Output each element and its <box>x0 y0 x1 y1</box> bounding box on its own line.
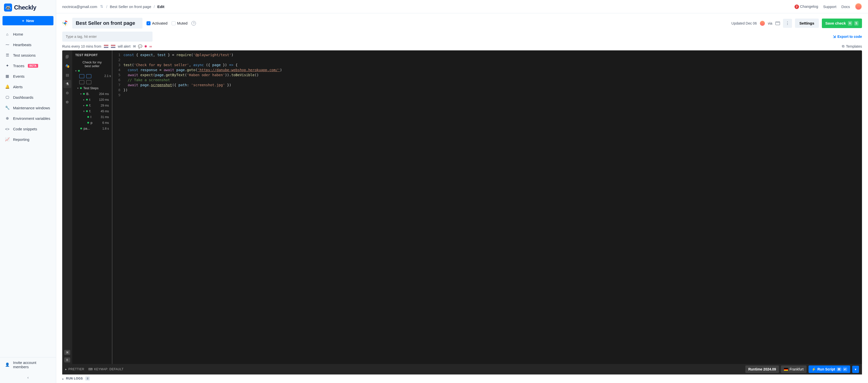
templates-link[interactable]: ⧉Templates <box>842 44 862 48</box>
runtime-selector[interactable]: Runtime 2024.09 <box>745 365 779 373</box>
logs-panel-button[interactable]: ▤ <box>63 71 71 79</box>
breadcrumb-parent[interactable]: Best Seller on front page <box>110 4 151 9</box>
status-dot-success <box>87 116 89 118</box>
export-to-code-link[interactable]: ⇲Export to code <box>833 35 862 39</box>
report-check-name[interactable]: Check for mybest seller <box>73 60 111 68</box>
sidebar-item-events[interactable]: ▦Events <box>0 71 56 81</box>
de-flag-icon <box>784 368 788 371</box>
sidebar-item-reporting[interactable]: 📈Reporting <box>0 134 56 145</box>
changelog-link[interactable]: 7Changelog <box>795 4 818 9</box>
chevron-icon: ▾ <box>83 110 85 112</box>
report-step-row[interactable]: p6 ms <box>73 120 111 126</box>
sidebar-item-traces[interactable]: ✦TracesBETA <box>0 60 56 71</box>
trace-icon[interactable] <box>79 74 84 78</box>
kbd-cmd: ⌘ <box>837 368 841 371</box>
new-button[interactable]: + New <box>2 16 54 25</box>
logo-icon: 🦝 <box>4 3 12 11</box>
chevron-up-icon: ▴ <box>62 377 63 380</box>
updated-text: Updated Dec 06 <box>732 21 757 25</box>
kbd-shortcut-b[interactable]: B <box>64 357 70 362</box>
status-dot-success <box>78 70 80 72</box>
code-content[interactable]: const { expect, test } = require('@playw… <box>123 53 862 364</box>
sidebar-item-test-sessions[interactable]: ☰Test sessions <box>0 50 56 60</box>
topbar: noctnica@gmail.com ⇅ / Best Seller on fr… <box>56 0 868 13</box>
line-gutter: 123456789 <box>113 53 123 364</box>
location-selector[interactable]: Frankfurt <box>781 365 807 373</box>
settings-panel-button[interactable]: ✿ <box>63 98 71 106</box>
settings-button[interactable]: Settings <box>795 19 819 28</box>
us-flag-icon <box>111 45 115 48</box>
sidebar-item-maintenance[interactable]: 🔧Maintenance windows <box>0 103 56 113</box>
header-row-1: ✓Activated Muted ? Updated Dec 06 via ⋮ … <box>62 18 862 29</box>
report-step-row[interactable]: pa...1.8 s <box>73 126 111 131</box>
account-switcher-icon[interactable]: ⇅ <box>100 4 103 8</box>
sidebar-item-env-vars[interactable]: ⊕Environment variables <box>0 113 56 124</box>
logo[interactable]: 🦝 Checkly <box>0 0 56 14</box>
prettier-button[interactable]: ▸PRETTIER <box>65 368 84 371</box>
help-icon[interactable]: ? <box>191 21 196 26</box>
nav-label: Traces <box>13 64 24 68</box>
status-dot-success <box>87 122 89 124</box>
video-icon[interactable] <box>86 74 91 78</box>
sidebar-item-invite[interactable]: 👤Invite account members <box>0 357 56 372</box>
support-link[interactable]: Support <box>823 4 836 9</box>
sidebar-item-home[interactable]: ⌂Home <box>0 29 56 39</box>
chevron-icon: ▸ <box>83 98 85 101</box>
more-menu-button[interactable]: ⋮ <box>783 19 792 28</box>
sidebar-item-snippets[interactable]: <>Code snippets <box>0 124 56 134</box>
files-panel-button[interactable]: 🗐 <box>63 53 71 61</box>
sidebar-item-heartbeats[interactable]: ⁓Heartbeats <box>0 39 56 50</box>
sidebar-item-dashboards[interactable]: 🖵Dashboards <box>0 92 56 103</box>
report-step-row[interactable]: ▾B.204 ms <box>73 91 111 97</box>
run-logs-toggle[interactable]: ▴ RUN LOGS 8 <box>56 375 868 383</box>
tag-input[interactable] <box>62 32 153 42</box>
docs-link[interactable]: Docs <box>841 4 850 9</box>
events-icon: ▦ <box>5 74 9 78</box>
screenshot-icon[interactable] <box>86 80 91 84</box>
breadcrumb: noctnica@gmail.com ⇅ / Best Seller on fr… <box>62 4 164 9</box>
report-step-row[interactable]: ▾f.45 ms <box>73 108 111 114</box>
run-logs-count: 8 <box>85 377 90 381</box>
wrench-icon: 🔧 <box>5 106 9 110</box>
heartbeat-icon: ⁓ <box>5 42 9 47</box>
bolt-icon: ⚡ <box>811 367 816 371</box>
lib-panel-button[interactable]: ⚙ <box>63 89 71 97</box>
collapse-sidebar-button[interactable]: ‹ <box>0 372 56 383</box>
report-summary-row[interactable]: ▾ <box>73 68 111 73</box>
report-step-row[interactable]: ▸f.29 ms <box>73 103 111 108</box>
check-title-input[interactable] <box>72 18 143 29</box>
chevron-down-icon: ▾ <box>75 69 76 72</box>
activated-toggle[interactable]: ✓Activated <box>147 21 167 25</box>
chevron-icon: ▸ <box>83 104 85 107</box>
report-total-time: 2.1 s <box>104 74 111 78</box>
sidebar-item-alerts[interactable]: 🔔Alerts <box>0 81 56 92</box>
breadcrumb-account[interactable]: noctnica@gmail.com <box>62 4 97 9</box>
run-dropdown-button[interactable]: ▾ <box>852 366 859 373</box>
editor-avatar <box>760 21 765 26</box>
mask-panel-button[interactable]: 🎭 <box>63 62 71 70</box>
report-step-row[interactable]: ▸t120 ms <box>73 97 111 103</box>
kbd-shortcut-cmd[interactable]: ⌘ <box>64 350 70 355</box>
run-script-button[interactable]: ⚡Run Script⌘↵ <box>809 365 850 373</box>
kbd-enter: ↵ <box>843 368 847 371</box>
report-artifact-icons: 2.1 s <box>73 73 111 79</box>
report-step-row[interactable]: l31 ms <box>73 114 111 120</box>
status-dot-success <box>80 87 82 89</box>
screenshot-icon[interactable] <box>79 80 84 84</box>
test-report-panel-button[interactable]: ⚗ <box>63 80 71 88</box>
nav-label: Alerts <box>13 85 23 89</box>
chevron-down-icon: ▾ <box>77 87 79 90</box>
us-flag-icon <box>104 45 108 48</box>
report-steps-header[interactable]: ▾Test Steps <box>73 85 111 91</box>
logo-text: Checkly <box>14 4 36 11</box>
template-icon: ⧉ <box>842 44 844 48</box>
keymap-button[interactable]: ⌨KEYMAP: DEFAULT <box>88 368 124 371</box>
nav-label: Code snippets <box>13 127 37 131</box>
header-row-2: ⇲Export to code <box>62 32 862 42</box>
code-editor[interactable]: 123456789 const { expect, test } = requi… <box>113 50 862 364</box>
user-avatar[interactable] <box>855 3 862 10</box>
editor: 🗐 🎭 ▤ ⚗ ⚙ ✿ ⌘ B TEST REPORT Check for my… <box>62 50 862 375</box>
save-check-button[interactable]: Save check⌘S <box>822 19 862 28</box>
kbd-cmd: ⌘ <box>848 21 852 26</box>
muted-toggle[interactable]: Muted <box>172 21 188 25</box>
